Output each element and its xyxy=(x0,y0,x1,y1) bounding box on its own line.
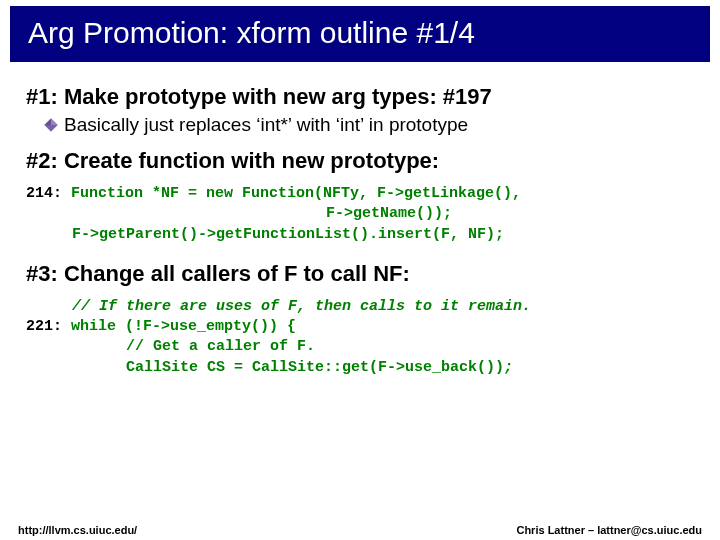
code-line: 221: while (!F->use_empty()) { xyxy=(26,317,694,337)
code-block-1: 214: Function *NF = new Function(NFTy, F… xyxy=(26,184,694,245)
section-3-heading: #3: Change all callers of F to call NF: xyxy=(26,261,694,287)
code-line: F->getParent()->getFunctionList().insert… xyxy=(26,225,694,245)
code-line: // If there are uses of F, then calls to… xyxy=(26,297,694,317)
slide: Arg Promotion: xform outline #1/4 #1: Ma… xyxy=(0,6,720,540)
line-number: 221: xyxy=(26,318,62,335)
code-line: F->getName()); xyxy=(26,204,694,224)
section-1-heading: #1: Make prototype with new arg types: #… xyxy=(26,84,694,110)
code-comment: // Get a caller of F. xyxy=(126,338,315,355)
title-bar: Arg Promotion: xform outline #1/4 xyxy=(10,6,710,62)
footer-left-url: http://llvm.cs.uiuc.edu/ xyxy=(18,524,137,536)
slide-title: Arg Promotion: xform outline #1/4 xyxy=(28,16,692,50)
code-text: CallSite CS = CallSite::get(F->use_back(… xyxy=(126,359,504,376)
code-comment: // If there are uses of F, then calls to… xyxy=(72,298,531,315)
code-text: F->getParent()->getFunctionList().insert… xyxy=(72,226,504,243)
section-2-heading: #2: Create function with new prototype: xyxy=(26,148,694,174)
slide-content: #1: Make prototype with new arg types: #… xyxy=(0,62,720,378)
code-line: 214: Function *NF = new Function(NFTy, F… xyxy=(26,184,694,204)
code-text: Function *NF = new Function(NFTy, F->get… xyxy=(71,185,521,202)
code-text: ; xyxy=(504,359,513,376)
diamond-icon xyxy=(44,118,58,132)
code-text: while (!F->use_empty()) { xyxy=(71,318,296,335)
bullet-row: Basically just replaces ‘int*’ with ‘int… xyxy=(44,114,694,136)
line-number: 214: xyxy=(26,185,62,202)
footer: http://llvm.cs.uiuc.edu/ Chris Lattner –… xyxy=(18,524,702,536)
code-block-2: // If there are uses of F, then calls to… xyxy=(26,297,694,378)
footer-right-author: Chris Lattner – lattner@cs.uiuc.edu xyxy=(516,524,702,536)
code-text: F->getName()); xyxy=(326,205,452,222)
section-1-bullet: Basically just replaces ‘int*’ with ‘int… xyxy=(64,114,468,136)
code-line: // Get a caller of F. xyxy=(26,337,694,357)
code-line: CallSite CS = CallSite::get(F->use_back(… xyxy=(26,358,694,378)
